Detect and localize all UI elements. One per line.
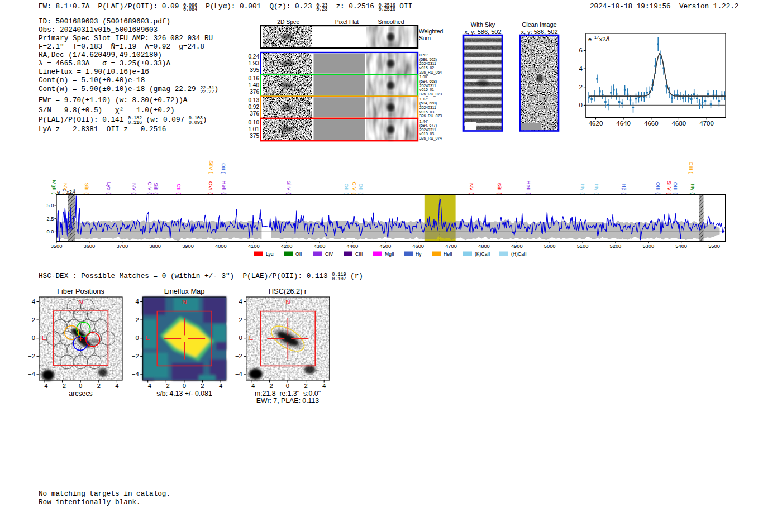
svg-text:OIII {: OIII {: [673, 182, 679, 195]
svg-text:NV (: NV (: [469, 183, 475, 194]
svg-text:SiIV {: SiIV {: [286, 181, 292, 195]
svg-text:SiII (: SiII (: [153, 183, 159, 194]
svg-text:Lyα: Lyα: [266, 251, 274, 257]
svg-text:(K)CaII: (K)CaII: [475, 251, 490, 257]
svg-text:Lyα (: Lyα (: [106, 182, 112, 194]
svg-text:Hβ (: Hβ (: [621, 184, 627, 194]
svg-text:NV (: NV (: [131, 183, 137, 194]
svg-text:CIII: CIII: [355, 251, 363, 257]
svg-text:CIV {: CIV {: [147, 181, 153, 194]
svg-text:OII: OII: [295, 251, 302, 257]
svg-text:Hγ (: Hγ (: [594, 184, 600, 195]
svg-text:Hγ (: Hγ (: [690, 184, 696, 195]
svg-text:SiIV (: SiIV (: [208, 160, 214, 174]
svg-text:HeII: HeII: [444, 251, 452, 257]
svg-text:CIV {: CIV {: [351, 181, 357, 194]
svg-text:SiII {: SiII {: [497, 183, 503, 194]
svg-text:CIV: CIV: [325, 251, 333, 257]
svg-text:CII (: CII (: [176, 184, 182, 194]
svg-text:OII (: OII (: [221, 163, 227, 174]
svg-text:OVI (: OVI (: [208, 181, 214, 195]
svg-text:HeII {: HeII {: [221, 181, 227, 195]
svg-text:Hγ: Hγ: [416, 251, 422, 257]
svg-text:Hγ (: Hγ (: [580, 184, 586, 195]
svg-text:(H)CaII: (H)CaII: [511, 251, 527, 257]
svg-text:OII (: OII (: [358, 183, 364, 194]
svg-text:OII (: OII (: [344, 183, 350, 194]
svg-text:MgII: MgII: [385, 251, 394, 257]
svg-text:SiII (: SiII (: [84, 183, 90, 194]
svg-text:OIII {: OIII {: [655, 182, 661, 195]
svg-text:HeII {: HeII {: [526, 181, 532, 195]
svg-text:SiIV {: SiIV {: [666, 181, 673, 195]
svg-text:CIII (: CIII (: [688, 162, 694, 174]
